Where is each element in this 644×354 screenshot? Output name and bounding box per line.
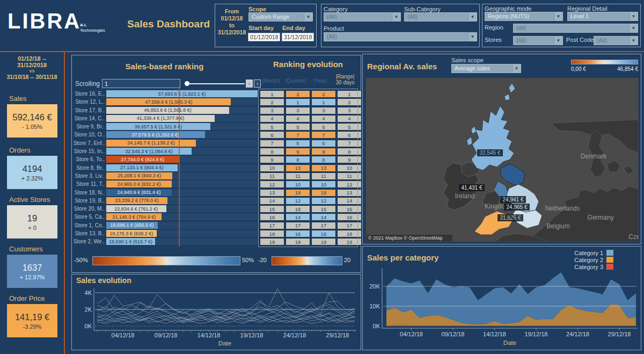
sales-bar[interactable]: 34,145.7 € (1,138.2 €) [106,140,196,147]
rank-cell[interactable]: 13 [337,189,362,197]
rank-cell[interactable]: 14 [337,197,362,205]
rank-cell[interactable]: 5 [311,123,336,131]
subcategory-dropdown[interactable]: (All)▼ [404,12,477,21]
rank-cell[interactable]: 6 [337,131,362,139]
stores-dropdown[interactable]: (All)▼ [513,36,563,45]
legend-item-category-1[interactable]: Category 1 [567,249,626,256]
rank-cell[interactable]: 3 [286,107,310,114]
rank-cell[interactable]: 11 [337,172,362,180]
sales-bar[interactable]: 24,965.0 € (832.2 €) [106,180,172,187]
sales-bar[interactable]: 23,339.2 € (778.0 €) [106,197,167,204]
sales-bar[interactable]: 24,940.9 € (831.4 €) [106,189,172,196]
sales-line[interactable] [97,295,355,314]
rank-cell[interactable]: 11 [311,172,336,180]
rank-cell[interactable]: 2 [286,90,310,98]
rank-cell[interactable]: 10 [337,164,362,172]
rank-cell[interactable]: 15 [337,205,362,213]
rank-cell[interactable]: 17 [311,222,336,229]
sales-scope-dropdown[interactable]: Average sales▼ [451,64,521,73]
sales-bar[interactable]: 46,853.6 € (1,561.8 €) [106,107,229,114]
rank-cell[interactable]: 16 [260,213,284,221]
rank-cell[interactable]: 14 [311,213,336,221]
sales-line[interactable] [97,315,355,322]
sales-bar[interactable]: 25,208.1 € (840.3 €) [106,172,172,179]
rank-cell[interactable]: 5 [260,123,284,131]
rank-cell[interactable]: 12 [337,180,362,188]
rank-cell[interactable]: 7 [337,140,362,147]
rank-cell[interactable]: 15 [286,205,310,213]
rank-cell[interactable]: 3 [311,107,336,114]
sales-bar[interactable]: 18,590.1 € (619.7 €) [106,238,155,245]
rank-cell[interactable]: 4 [311,115,336,122]
rank-cell[interactable]: 12 [311,197,336,205]
rank-cell[interactable]: 9 [337,156,362,163]
rank-cell[interactable]: 3 [260,107,284,114]
rank-cell[interactable]: 4 [260,115,284,122]
rank-cell[interactable]: 16 [311,230,336,237]
rank-cell[interactable]: 8 [311,156,336,163]
rank-cell[interactable]: 17 [260,222,284,229]
rank-cell[interactable]: 2 [337,98,362,106]
sales-bar[interactable]: 19,176.3 € (639.2 €) [106,230,157,237]
product-dropdown[interactable]: (All)▼ [324,32,477,41]
rank-cell[interactable]: 12 [260,180,284,188]
rank-cell[interactable]: 18 [337,230,362,237]
rank-cell[interactable]: 9 [286,148,310,155]
rank-cell[interactable]: 8 [286,156,310,163]
sales-bar[interactable]: 37,579.5 € (1,252.6 €) [106,131,205,138]
rank-cell[interactable]: 13 [260,189,284,197]
region-dropdown[interactable]: (All)▼ [513,24,638,33]
rank-cell[interactable]: 9 [260,156,284,163]
scope-dropdown[interactable]: Custom Range▼ [248,12,313,21]
rank-cell[interactable]: 8 [260,148,284,155]
geo-mode-dropdown[interactable]: Regions (NUTS)▼ [485,12,563,21]
rank-cell[interactable]: 6 [260,131,284,139]
rank-cell[interactable]: 19 [286,238,310,245]
rank-cell[interactable]: 13 [286,164,310,172]
rank-cell[interactable]: 17 [337,222,362,229]
rank-cell[interactable]: 18 [286,189,310,197]
rank-cell[interactable]: 6 [311,140,336,147]
rank-cell[interactable]: 17 [286,222,310,229]
rank-cell[interactable]: 4 [286,115,310,122]
rank-cell[interactable]: 9 [311,148,336,155]
rank-cell[interactable]: 19 [260,238,284,245]
rank-cell[interactable]: 4 [337,115,362,122]
sales-bar[interactable]: 22,834.6 € (761.2 €) [106,205,166,212]
sales-bar[interactable]: 27,133.1 € (904.4 €) [106,164,178,171]
rank-cell[interactable]: 7 [260,140,284,147]
rank-cell[interactable]: 10 [311,180,336,188]
rank-cell[interactable]: 10 [286,180,310,188]
sales-bar[interactable]: 41,338.4 € (1,377.9 €) [106,115,215,122]
sales-bar[interactable]: 19,696.1 € (656.5 €) [106,222,158,229]
scrolling-slider-track[interactable] [185,83,245,84]
rank-cell[interactable]: 15 [311,205,336,213]
rank-cell[interactable]: 15 [260,205,284,213]
sales-bar[interactable]: 57,693.8 € (1,923.1 €) [106,90,258,97]
rank-cell[interactable]: 3 [337,107,362,114]
rank-cell[interactable]: 16 [337,213,362,221]
rank-cell[interactable]: 19 [337,238,362,245]
sales-evolution-chart[interactable]: 0K2K4K04/12/1809/12/1814/12/1819/12/1824… [74,285,360,349]
rank-cell[interactable]: 11 [260,172,284,180]
scrolling-input[interactable] [102,79,180,88]
rank-cell[interactable]: 19 [311,238,336,245]
rank-cell[interactable]: 18 [311,189,336,197]
rank-cell[interactable]: 2 [260,98,284,106]
rank-cell[interactable]: 6 [286,140,310,147]
rank-cell[interactable]: 10 [260,164,284,172]
category-dropdown[interactable]: (All)▼ [324,12,401,21]
rank-cell[interactable]: 11 [286,172,310,180]
rank-cell[interactable]: 5 [286,123,310,131]
rank-cell[interactable]: 16 [286,230,310,237]
rank-cell[interactable]: 5 [337,123,362,131]
sales-bar[interactable]: 27,744.0 € (924.8 €) [106,156,179,163]
slider-prev-button[interactable]: ‹ [246,80,253,88]
rank-cell[interactable]: 18 [260,230,284,237]
start-day-input[interactable] [248,33,280,41]
rank-cell[interactable]: 14 [260,197,284,205]
rank-cell[interactable]: 12 [286,197,310,205]
legend-item-category-3[interactable]: Category 3 [567,263,626,270]
rank-cell[interactable]: 1 [311,98,336,106]
rank-cell[interactable]: 1 [337,90,362,98]
